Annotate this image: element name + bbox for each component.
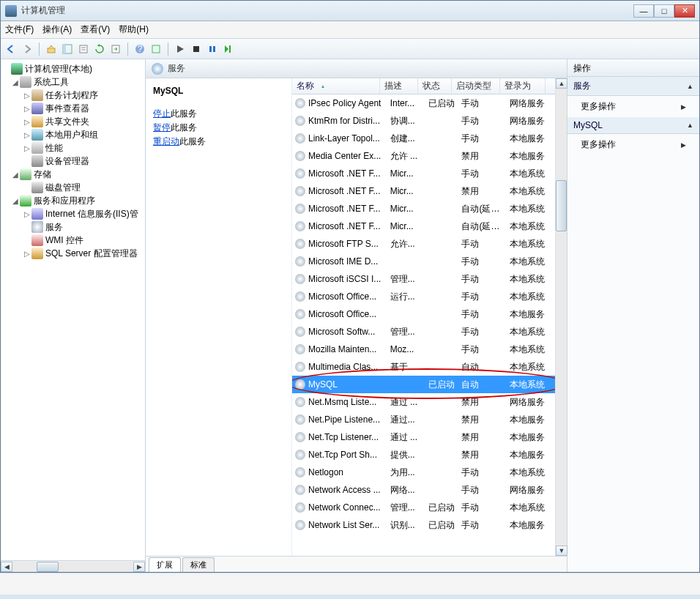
tab-standard[interactable]: 标准 (182, 557, 215, 572)
service-name: Net.Tcp Listener... (308, 432, 390, 442)
menu-help[interactable]: 帮助(H) (119, 23, 149, 36)
close-button[interactable]: ✕ (674, 4, 695, 18)
service-row[interactable]: Network Connec...管理...已启动手动本地系统 (292, 499, 555, 516)
tree-disk-management[interactable]: 磁盘管理 (1, 181, 145, 194)
service-row[interactable]: Microsoft Softw...管理...手动本地系统 (292, 323, 555, 341)
performance-icon (31, 142, 43, 154)
svg-rect-3 (80, 45, 87, 53)
stop-service-button[interactable] (189, 42, 204, 56)
service-row[interactable]: Net.Msmq Liste...通过 ...禁用网络服务 (292, 393, 555, 411)
maximize-button[interactable]: □ (654, 4, 674, 18)
tree-local-users[interactable]: ▷本地用户和组 (1, 128, 145, 141)
service-row[interactable]: Microsoft FTP S...允许...手动本地系统 (292, 235, 555, 253)
service-row[interactable]: Microsoft iSCSI I...管理...手动本地系统 (292, 270, 555, 288)
tree-iis[interactable]: ▷Internet 信息服务(IIS)管 (1, 207, 145, 220)
menu-action[interactable]: 操作(A) (42, 23, 72, 36)
scroll-right-button[interactable]: ▶ (133, 562, 145, 572)
column-header-name[interactable]: 名称▴ (292, 78, 380, 94)
service-row[interactable]: Media Center Ex...允许 ...禁用本地服务 (292, 147, 555, 165)
stop-service-link[interactable]: 停止 (153, 108, 171, 119)
actions-more-services[interactable]: 更多操作▶ (567, 96, 699, 117)
scroll-up-button[interactable]: ▲ (556, 78, 567, 89)
forward-button[interactable] (20, 42, 34, 56)
export-button[interactable] (108, 42, 123, 56)
selected-service-name: MySQL (153, 86, 284, 96)
menu-file[interactable]: 文件(F) (5, 23, 34, 36)
service-row[interactable]: Net.Pipe Listene...通过...禁用本地服务 (292, 411, 555, 428)
tree-event-viewer[interactable]: ▷事件查看器 (1, 102, 145, 115)
tree-system-tools[interactable]: ◢系统工具 (1, 75, 145, 89)
help-button[interactable]: ? (133, 42, 147, 56)
scroll-down-button[interactable]: ▼ (556, 546, 567, 556)
show-hide-tree-button[interactable] (60, 42, 75, 56)
service-logon-as: 本地系统 (510, 185, 555, 198)
service-row[interactable]: Net.Tcp Port Sh...提供...禁用本地服务 (292, 446, 555, 464)
pause-service-link[interactable]: 暂停 (153, 122, 171, 133)
service-logon-as: 本地系统 (510, 326, 555, 338)
service-name: Microsoft iSCSI I... (308, 274, 390, 284)
service-gear-icon (295, 204, 305, 214)
services-list: 名称▴ 描述 状态 启动类型 登录为 IPsec Policy AgentInt… (292, 78, 555, 556)
tree-services-apps[interactable]: ◢服务和应用程序 (1, 194, 145, 207)
actions-group-services[interactable]: 服务▲ (567, 77, 699, 96)
minimize-button[interactable]: — (633, 4, 654, 18)
service-row[interactable]: Link-Layer Topol...创建...手动本地服务 (292, 130, 555, 147)
column-header-logon[interactable]: 登录为 (500, 78, 546, 94)
service-row[interactable]: Multimedia Clas...基于...自动本地系统 (292, 358, 555, 376)
service-row[interactable]: KtmRm for Distri...协调...手动网络服务 (292, 112, 555, 130)
tree-wmi[interactable]: WMI 控件 (1, 234, 145, 247)
wmi-icon (31, 234, 43, 246)
tree-horizontal-scrollbar[interactable]: ◀ ▶ (1, 560, 145, 572)
tree-sql-config[interactable]: ▷SQL Server 配置管理器 (1, 247, 145, 260)
tree-services[interactable]: 服务 (1, 220, 145, 234)
service-row[interactable]: Mozilla Mainten...Moz...手动本地系统 (292, 341, 555, 358)
service-row[interactable]: Microsoft IME D...手动本地系统 (292, 253, 555, 270)
actions-more-mysql[interactable]: 更多操作▶ (567, 134, 699, 155)
service-start-type: 禁用 (461, 414, 510, 426)
service-logon-as: 本地服务 (510, 414, 555, 426)
column-header-start[interactable]: 启动类型 (452, 78, 500, 94)
start-service-button[interactable] (173, 42, 187, 56)
actions-group-mysql[interactable]: MySQL▲ (567, 117, 699, 134)
service-row[interactable]: Microsoft .NET F...Micr...手动本地系统 (292, 165, 555, 182)
service-row[interactable]: Microsoft .NET F...Micr...自动(延迟...本地系统 (292, 200, 555, 217)
service-row[interactable]: Netlogon为用...手动本地系统 (292, 464, 555, 481)
services-vertical-scrollbar[interactable]: ▲ ▼ (555, 78, 567, 556)
back-button[interactable] (4, 42, 18, 56)
vscroll-thumb[interactable] (556, 180, 567, 231)
service-row[interactable]: IPsec Policy AgentInter...已启动手动网络服务 (292, 94, 555, 112)
menu-view[interactable]: 查看(V) (81, 23, 110, 36)
tree-performance[interactable]: ▷性能 (1, 141, 145, 155)
service-desc: 通过 ... (390, 431, 428, 444)
titlebar[interactable]: 计算机管理 — □ ✕ (1, 1, 699, 21)
up-button[interactable] (44, 42, 59, 56)
service-name: Net.Tcp Port Sh... (308, 450, 390, 460)
service-row[interactable]: Net.Tcp Listener...通过 ...禁用本地服务 (292, 428, 555, 446)
service-row[interactable]: Microsoft Office...运行...手动本地系统 (292, 288, 555, 305)
restart-service-link[interactable]: 重启动 (153, 136, 179, 146)
service-name: Network Access ... (308, 485, 390, 495)
service-row[interactable]: Microsoft Office...手动本地服务 (292, 305, 555, 323)
column-header-desc[interactable]: 描述 (380, 78, 418, 94)
tree-storage[interactable]: ◢存储 (1, 168, 145, 181)
service-row[interactable]: MySQL已启动自动本地系统 (292, 376, 555, 393)
service-row[interactable]: Microsoft .NET F...Micr...自动(延迟...本地系统 (292, 217, 555, 235)
service-row[interactable]: Network List Ser...识别...已启动手动本地服务 (292, 516, 555, 534)
tree-task-scheduler[interactable]: ▷任务计划程序 (1, 89, 145, 102)
scroll-left-button[interactable]: ◀ (1, 562, 12, 572)
column-header-status[interactable]: 状态 (418, 78, 452, 94)
tab-extended[interactable]: 扩展 (149, 557, 181, 572)
scroll-thumb[interactable] (37, 562, 59, 572)
service-row[interactable]: Microsoft .NET F...Micr...禁用本地系统 (292, 182, 555, 200)
refresh-button[interactable] (92, 42, 107, 56)
pause-service-button[interactable] (205, 42, 220, 56)
tree-shared-folders[interactable]: ▷共享文件夹 (1, 115, 145, 128)
tree-device-manager[interactable]: 设备管理器 (1, 155, 145, 168)
navigation-tree[interactable]: 计算机管理(本地) ◢系统工具 ▷任务计划程序 ▷事件查看器 ▷共享文件夹 ▷本… (1, 59, 145, 560)
toolbar-btn-extra[interactable] (149, 42, 163, 56)
properties-button[interactable] (76, 42, 91, 56)
service-gear-icon (295, 414, 305, 425)
service-row[interactable]: Network Access ...网络...手动网络服务 (292, 481, 555, 499)
tree-root[interactable]: 计算机管理(本地) (1, 62, 145, 75)
restart-service-button[interactable] (221, 42, 236, 56)
